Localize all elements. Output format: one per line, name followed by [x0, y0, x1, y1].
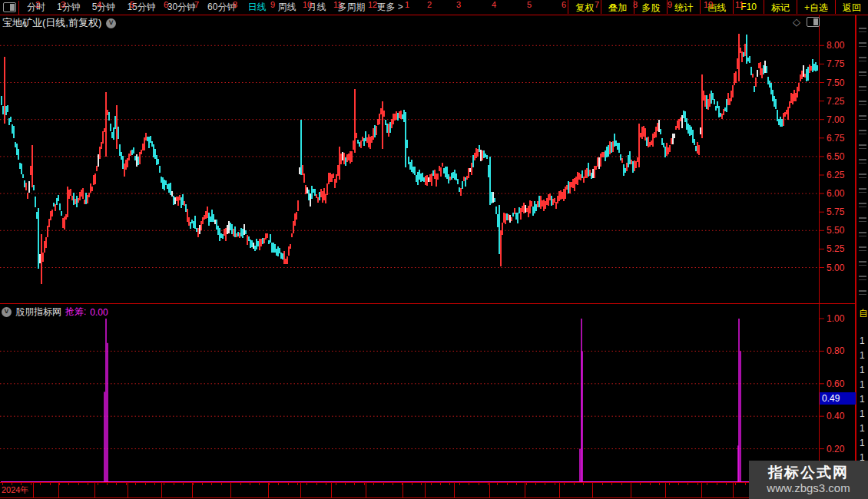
indicator-tick-label: 0.60 [827, 378, 844, 389]
price-tick-label: 5.50 [827, 225, 844, 236]
month-label: 5 [527, 0, 532, 9]
price-tick-label: 7.25 [827, 96, 844, 107]
month-label: 11 [735, 0, 744, 9]
month-label: 4 [97, 0, 101, 9]
price-tick-label: 6.00 [827, 188, 844, 199]
app-window: 分时1分钟5分钟15分钟30分钟60分钟日线周线月线多周期更多 > 复权叠加多股… [0, 0, 868, 499]
month-label: 3 [61, 0, 65, 9]
indicator-tick-label: 0.20 [827, 444, 844, 454]
price-tick-label: 5.75 [827, 207, 844, 217]
sidebar-clipped-digit: 1 [860, 438, 865, 448]
month-label: 9 [668, 0, 672, 9]
action-buttons: 复权叠加多股统计画线F10标记+自选返回 [568, 0, 868, 14]
price-tick-label: 8.00 [827, 40, 844, 51]
button-多股[interactable]: 多股 [634, 0, 667, 14]
split-view-icon [3, 2, 16, 12]
button-+自选[interactable]: +自选 [797, 0, 835, 14]
month-label: 8 [233, 0, 237, 9]
indicator-source-label: 股朋指标网 [15, 306, 61, 319]
month-label: 2 [427, 0, 432, 9]
month-label: 11 [333, 0, 342, 9]
month-label: 3 [456, 0, 461, 9]
watermark: 指标公式网 www.zbgs3.com [749, 461, 868, 499]
month-label: 6 [164, 0, 168, 9]
tab-30分钟[interactable]: 30分钟 [167, 1, 196, 14]
sidebar-clipped-digit: 1 [860, 365, 865, 375]
month-label: 7 [595, 0, 599, 9]
tab-更多 >[interactable]: 更多 > [376, 1, 403, 14]
right-sidebar-clipped[interactable]: 自 11111111111 [856, 15, 868, 499]
sidebar-clipped-digit: 1 [860, 394, 865, 405]
indicator-header: ˅ 股朋指标网 抢筹: 0.00 [2, 306, 108, 319]
chart-title-row: 宝地矿业(日线,前复权) ˅ [2, 16, 116, 30]
chart-svg [0, 0, 868, 499]
month-label: 8 [633, 0, 638, 9]
tab-5分钟[interactable]: 5分钟 [92, 1, 116, 14]
period-tabs: 分时1分钟5分钟15分钟30分钟60分钟日线周线月线多周期更多 > [27, 1, 403, 14]
indicator-tick-label: 0.80 [827, 345, 844, 356]
button-返回[interactable]: 返回 [835, 0, 868, 14]
month-label: 12 [368, 0, 377, 9]
month-label: 1 [405, 0, 409, 9]
price-tick-label: 7.50 [827, 78, 844, 88]
indicator-tick-label: 0.40 [827, 411, 844, 421]
month-label: 4 [492, 0, 496, 9]
month-label: 7 [194, 0, 199, 9]
tab-60分钟[interactable]: 60分钟 [207, 1, 236, 14]
month-label: 9 [270, 0, 275, 9]
month-label: 10 [303, 0, 312, 9]
diamond-icon[interactable]: ◇ [793, 16, 800, 28]
watermark-title: 指标公式网 [768, 464, 849, 481]
indicator-tick-label: 1.00 [827, 313, 844, 324]
sidebar-badge: 自 [859, 307, 868, 320]
month-label: 5 [130, 0, 134, 9]
watermark-url: www.zbgs3.com [767, 481, 850, 495]
chart-title: 宝地矿业(日线,前复权) [2, 16, 101, 30]
month-label: 6 [562, 0, 566, 9]
price-tick-label: 5.25 [827, 243, 844, 254]
button-标记[interactable]: 标记 [764, 0, 797, 14]
price-tick-label: 5.00 [827, 263, 844, 273]
button-叠加[interactable]: 叠加 [601, 0, 634, 14]
price-tick-label: 7.75 [827, 58, 844, 69]
split-view-icon[interactable] [807, 17, 820, 27]
sidebar-clipped-digit: 1 [860, 335, 865, 346]
tab-周线[interactable]: 周线 [277, 1, 296, 14]
indicator-value: 0.00 [90, 307, 108, 318]
chevron-down-icon[interactable]: ˅ [106, 18, 116, 28]
sidebar-clipped-digit: 1 [860, 350, 865, 361]
title-row-icons: ◇ [793, 16, 820, 28]
chevron-down-icon[interactable]: ˅ [2, 307, 12, 317]
indicator-name-label: 抢筹: [65, 306, 86, 319]
sidebar-clipped-digit: 1 [860, 408, 865, 419]
price-tick-label: 6.25 [827, 170, 844, 180]
price-tick-label: 6.75 [827, 133, 844, 144]
sidebar-clipped-digit: 1 [860, 423, 865, 434]
year-label: 2024年 [2, 484, 28, 496]
sidebar-clipped-digit: 1 [860, 379, 865, 390]
sidebar-clipped-text [859, 24, 866, 300]
axis-cursor-value: 0.49 [820, 392, 856, 405]
layout-toggle-button[interactable] [0, 1, 19, 15]
tab-日线[interactable]: 日线 [247, 1, 266, 14]
price-tick-label: 7.00 [827, 114, 844, 125]
month-label: 2 [35, 0, 40, 9]
price-tick-label: 6.50 [827, 151, 844, 162]
month-label: 10 [704, 0, 713, 9]
